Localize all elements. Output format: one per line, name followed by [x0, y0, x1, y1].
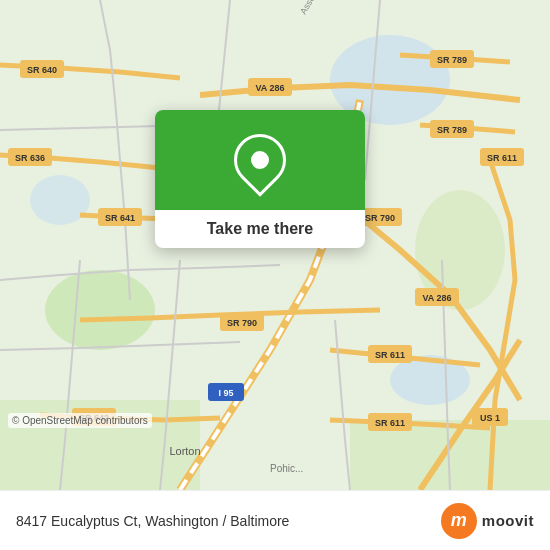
- svg-text:VA 286: VA 286: [255, 83, 284, 93]
- map-container: SR 640 SR 789 SR 636 SR 789 SR 641 SR 79…: [0, 0, 550, 490]
- svg-text:SR 611: SR 611: [375, 418, 405, 428]
- svg-text:SR 640: SR 640: [27, 65, 57, 75]
- svg-text:Pohic...: Pohic...: [270, 463, 303, 474]
- svg-text:SR 611: SR 611: [487, 153, 517, 163]
- svg-text:SR 789: SR 789: [437, 125, 467, 135]
- map-copyright: © OpenStreetMap contributors: [8, 413, 152, 428]
- popup-top: [155, 110, 365, 210]
- location-pin: [223, 123, 297, 197]
- svg-text:I 95: I 95: [218, 388, 233, 398]
- svg-text:Lorton: Lorton: [169, 445, 200, 457]
- moovit-brand: moovit: [482, 512, 534, 529]
- svg-text:SR 790: SR 790: [227, 318, 257, 328]
- svg-text:SR 611: SR 611: [375, 350, 405, 360]
- moovit-logo: m moovit: [441, 503, 534, 539]
- take-me-there-button[interactable]: Take me there: [191, 210, 329, 248]
- bottom-bar: 8417 Eucalyptus Ct, Washington / Baltimo…: [0, 490, 550, 550]
- address-label: 8417 Eucalyptus Ct, Washington / Baltimo…: [16, 513, 441, 529]
- moovit-icon: m: [441, 503, 477, 539]
- svg-text:SR 789: SR 789: [437, 55, 467, 65]
- svg-text:SR 636: SR 636: [15, 153, 45, 163]
- popup-card: Take me there: [155, 110, 365, 248]
- svg-text:SR 641: SR 641: [105, 213, 135, 223]
- svg-text:VA 286: VA 286: [422, 293, 451, 303]
- svg-text:SR 790: SR 790: [365, 213, 395, 223]
- svg-text:US 1: US 1: [480, 413, 500, 423]
- svg-point-4: [45, 270, 155, 350]
